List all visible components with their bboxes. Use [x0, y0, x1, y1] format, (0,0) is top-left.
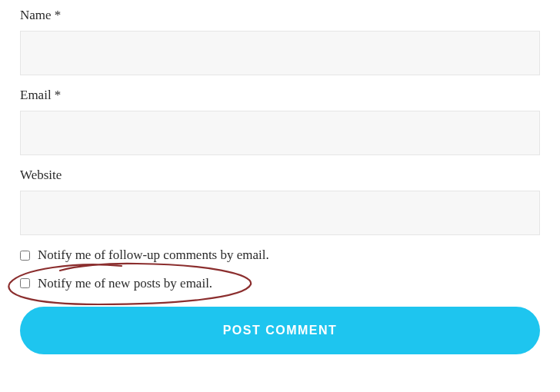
comment-form: Name * Email * Website Notify me of foll…	[20, 8, 540, 354]
email-input[interactable]	[20, 111, 540, 155]
followup-checkbox-group: Notify me of follow-up comments by email…	[20, 247, 540, 263]
website-field-group: Website	[20, 168, 540, 235]
email-label: Email *	[20, 88, 540, 103]
newposts-checkbox-group: Notify me of new posts by email.	[20, 275, 540, 291]
newposts-checkbox[interactable]	[20, 278, 30, 288]
post-comment-button[interactable]: POST COMMENT	[20, 307, 540, 354]
name-field-group: Name *	[20, 8, 540, 75]
website-input[interactable]	[20, 191, 540, 235]
followup-checkbox-label: Notify me of follow-up comments by email…	[38, 247, 269, 262]
name-input[interactable]	[20, 31, 540, 75]
newposts-checkbox-label: Notify me of new posts by email.	[38, 276, 212, 291]
name-label: Name *	[20, 8, 540, 23]
followup-checkbox[interactable]	[20, 251, 30, 261]
email-field-group: Email *	[20, 88, 540, 155]
website-label: Website	[20, 168, 540, 183]
